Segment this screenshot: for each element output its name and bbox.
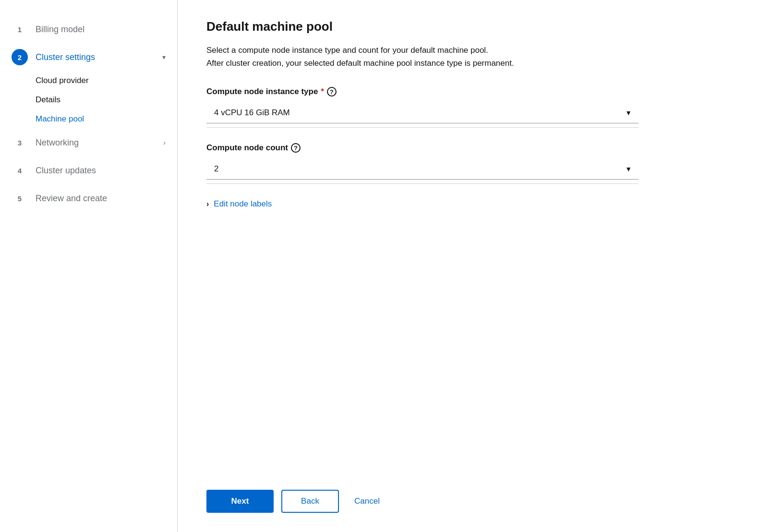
main-content: Default machine pool Select a compute no… bbox=[178, 0, 771, 532]
sidebar-item-label-networking: Networking bbox=[36, 138, 79, 148]
description: Select a compute node instance type and … bbox=[206, 44, 638, 70]
required-star: * bbox=[321, 87, 324, 96]
form-section: Compute node instance type * ? 4 vCPU 16… bbox=[206, 87, 638, 209]
instance-type-divider bbox=[206, 127, 638, 128]
edit-node-labels-row: › Edit node labels bbox=[206, 199, 638, 209]
edit-node-labels-link[interactable]: Edit node labels bbox=[214, 199, 272, 209]
sidebar-item-label-review-create: Review and create bbox=[36, 193, 107, 204]
sidebar-item-label-cluster-updates: Cluster updates bbox=[36, 166, 96, 176]
step-1-number: 1 bbox=[18, 25, 22, 34]
sidebar-item-details[interactable]: Details bbox=[0, 90, 177, 109]
node-count-select-wrapper: 2 ▼ bbox=[206, 158, 638, 180]
instance-type-help-icon[interactable]: ? bbox=[327, 87, 337, 97]
sidebar-item-review-create[interactable]: 5 Review and create bbox=[0, 184, 177, 212]
cluster-settings-chevron-icon: ▾ bbox=[162, 53, 166, 61]
step-5-number: 5 bbox=[18, 194, 22, 203]
node-count-select[interactable]: 2 bbox=[206, 158, 638, 180]
step-5-circle: 5 bbox=[12, 190, 28, 206]
sidebar-item-label-cluster-settings: Cluster settings bbox=[36, 52, 95, 62]
instance-type-select[interactable]: 4 vCPU 16 GiB RAM bbox=[206, 102, 638, 123]
sidebar-item-label-billing-model: Billing model bbox=[36, 24, 84, 35]
instance-type-label-text: Compute node instance type bbox=[206, 87, 318, 97]
sidebar-item-cluster-updates[interactable]: 4 Cluster updates bbox=[0, 157, 177, 184]
instance-type-select-wrapper: 4 vCPU 16 GiB RAM ▼ bbox=[206, 102, 638, 123]
next-button[interactable]: Next bbox=[206, 490, 274, 513]
node-count-divider bbox=[206, 183, 638, 184]
networking-chevron-icon: › bbox=[163, 139, 166, 146]
instance-type-label: Compute node instance type * ? bbox=[206, 87, 638, 97]
step-4-number: 4 bbox=[18, 167, 22, 175]
sidebar-item-machine-pool[interactable]: Machine pool bbox=[0, 109, 177, 129]
node-count-label-text: Compute node count bbox=[206, 143, 288, 153]
description-line-2: After cluster creation, your selected de… bbox=[206, 59, 514, 68]
step-3-number: 3 bbox=[18, 139, 22, 147]
sidebar: 1 Billing model 2 Cluster settings ▾ Clo… bbox=[0, 0, 178, 532]
step-2-circle: 2 bbox=[12, 49, 28, 65]
sidebar-item-billing-model[interactable]: 1 Billing model bbox=[0, 15, 177, 43]
sidebar-item-cloud-provider[interactable]: Cloud provider bbox=[0, 71, 177, 90]
step-4-circle: 4 bbox=[12, 162, 28, 179]
description-line-1: Select a compute node instance type and … bbox=[206, 46, 488, 55]
page-title: Default machine pool bbox=[206, 19, 742, 34]
node-count-field: Compute node count ? 2 ▼ bbox=[206, 143, 638, 184]
footer-buttons: Next Back Cancel bbox=[206, 474, 742, 532]
sidebar-item-networking[interactable]: 3 Networking › bbox=[0, 129, 177, 157]
node-count-help-icon[interactable]: ? bbox=[291, 143, 301, 153]
cluster-settings-subitems: Cloud provider Details Machine pool bbox=[0, 71, 177, 129]
sidebar-item-cluster-settings[interactable]: 2 Cluster settings ▾ bbox=[0, 43, 177, 71]
edit-labels-chevron-icon: › bbox=[206, 200, 209, 208]
instance-type-field: Compute node instance type * ? 4 vCPU 16… bbox=[206, 87, 638, 128]
step-1-circle: 1 bbox=[12, 21, 28, 37]
node-count-label: Compute node count ? bbox=[206, 143, 638, 153]
step-2-number: 2 bbox=[18, 53, 22, 61]
cancel-button[interactable]: Cancel bbox=[347, 491, 387, 512]
back-button[interactable]: Back bbox=[281, 490, 339, 513]
step-3-circle: 3 bbox=[12, 134, 28, 151]
